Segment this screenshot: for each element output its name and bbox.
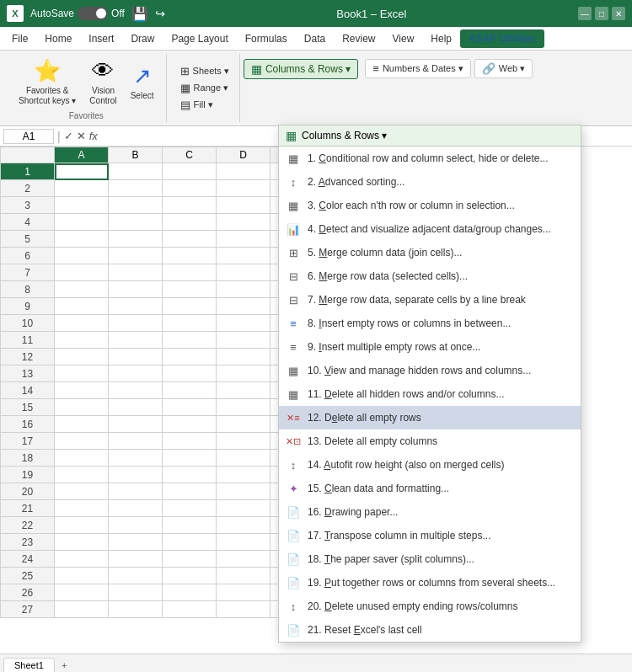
- cell-25-0[interactable]: [55, 568, 109, 584]
- cell-9-2[interactable]: [163, 298, 217, 315]
- fill-dropdown[interactable]: ▤ Fill ▾: [177, 97, 233, 113]
- menu-item-10[interactable]: ▦ 10. View and manage hidden rows and co…: [279, 359, 581, 382]
- formula-check-icon[interactable]: ✓: [64, 130, 73, 142]
- cell-reference-input[interactable]: [3, 129, 54, 144]
- cell-19-3[interactable]: [217, 467, 270, 483]
- save-icon[interactable]: 💾: [131, 6, 148, 22]
- numbers-dates-dropdown[interactable]: ≡ Numbers & Dates ▾: [365, 59, 470, 78]
- favorites-shortcut-button[interactable]: ⭐ Favorites &Shortcut keys ▾: [13, 55, 81, 109]
- cell-16-0[interactable]: [55, 416, 109, 433]
- web-dropdown[interactable]: 🔗 Web ▾: [474, 59, 533, 78]
- cell-25-1[interactable]: [109, 568, 163, 584]
- range-dropdown[interactable]: ▦ Range ▾: [177, 80, 233, 96]
- cell-10-2[interactable]: [163, 315, 217, 332]
- cell-17-0[interactable]: [55, 433, 109, 450]
- sheets-dropdown[interactable]: ⊞ Sheets ▾: [177, 63, 233, 79]
- cell-19-2[interactable]: [163, 467, 217, 483]
- cell-23-3[interactable]: [217, 534, 270, 551]
- cell-16-3[interactable]: [217, 416, 270, 433]
- cell-11-2[interactable]: [163, 332, 217, 349]
- cell-24-1[interactable]: [109, 551, 163, 568]
- cell-24-0[interactable]: [55, 551, 109, 568]
- cell-21-0[interactable]: [55, 500, 109, 517]
- cell-13-0[interactable]: [55, 365, 109, 382]
- cell-6-1[interactable]: [109, 248, 163, 264]
- cell-18-1[interactable]: [109, 450, 163, 467]
- cell-17-2[interactable]: [163, 433, 217, 450]
- cell-23-1[interactable]: [109, 534, 163, 551]
- formula-fx-icon[interactable]: fx: [89, 130, 98, 142]
- cell-7-2[interactable]: [163, 264, 217, 281]
- menu-insert[interactable]: Insert: [80, 29, 122, 48]
- cell-4-1[interactable]: [109, 214, 163, 231]
- cell-15-1[interactable]: [109, 399, 163, 416]
- cell-8-3[interactable]: [217, 281, 270, 298]
- cell-27-2[interactable]: [163, 601, 217, 618]
- menu-item-13[interactable]: ✕⊡ 13. Delete all empty columns: [279, 429, 581, 453]
- cell-20-3[interactable]: [217, 483, 270, 500]
- cell-1-0[interactable]: [55, 163, 109, 180]
- cell-12-3[interactable]: [217, 349, 270, 365]
- menu-item-6[interactable]: ⊟ 6. Merge row data (selected cells)...: [279, 264, 581, 288]
- cell-11-0[interactable]: [55, 332, 109, 349]
- cell-20-1[interactable]: [109, 483, 163, 500]
- cell-26-3[interactable]: [217, 584, 270, 601]
- minimize-btn[interactable]: —: [578, 7, 592, 20]
- menu-item-11[interactable]: ▦ 11. Delete all hidden rows and/or colu…: [279, 382, 581, 406]
- cell-23-2[interactable]: [163, 534, 217, 551]
- menu-home[interactable]: Home: [36, 29, 80, 48]
- cell-13-1[interactable]: [109, 365, 163, 382]
- cell-12-1[interactable]: [109, 349, 163, 365]
- cell-22-1[interactable]: [109, 517, 163, 534]
- autosave-toggle[interactable]: [78, 7, 108, 20]
- cell-26-0[interactable]: [55, 584, 109, 601]
- cell-2-1[interactable]: [109, 180, 163, 197]
- cell-20-0[interactable]: [55, 483, 109, 500]
- menu-review[interactable]: Review: [334, 29, 383, 48]
- cell-11-1[interactable]: [109, 332, 163, 349]
- cell-27-1[interactable]: [109, 601, 163, 618]
- cell-18-2[interactable]: [163, 450, 217, 467]
- sheet-tab-1[interactable]: Sheet1: [3, 658, 55, 672]
- menu-item-2[interactable]: ↕ 2. Advanced sorting...: [279, 170, 581, 194]
- cell-8-1[interactable]: [109, 281, 163, 298]
- select-button[interactable]: ↗ Select: [126, 60, 159, 104]
- cell-8-2[interactable]: [163, 281, 217, 298]
- cell-19-0[interactable]: [55, 467, 109, 483]
- cell-3-3[interactable]: [217, 197, 270, 214]
- menu-item-21[interactable]: 📄 21. Reset Excel's last cell: [279, 618, 581, 642]
- cell-1-3[interactable]: [217, 163, 270, 180]
- cell-7-3[interactable]: [217, 264, 270, 281]
- cell-2-0[interactable]: [55, 180, 109, 197]
- cell-5-2[interactable]: [163, 231, 217, 248]
- menu-item-1[interactable]: ▦ 1. Conditional row and column select, …: [279, 147, 581, 170]
- cell-16-1[interactable]: [109, 416, 163, 433]
- cell-10-0[interactable]: [55, 315, 109, 332]
- cell-9-1[interactable]: [109, 298, 163, 315]
- menu-pagelayout[interactable]: Page Layout: [163, 29, 236, 48]
- cell-21-3[interactable]: [217, 500, 270, 517]
- cell-6-3[interactable]: [217, 248, 270, 264]
- cell-9-0[interactable]: [55, 298, 109, 315]
- cell-21-1[interactable]: [109, 500, 163, 517]
- cell-24-3[interactable]: [217, 551, 270, 568]
- cell-5-1[interactable]: [109, 231, 163, 248]
- cell-13-2[interactable]: [163, 365, 217, 382]
- cell-15-2[interactable]: [163, 399, 217, 416]
- cell-24-2[interactable]: [163, 551, 217, 568]
- menu-item-7[interactable]: ⊟ 7. Merge row data, separate cells by a…: [279, 288, 581, 312]
- cell-10-1[interactable]: [109, 315, 163, 332]
- formula-cancel-icon[interactable]: ✕: [77, 130, 86, 142]
- cell-27-3[interactable]: [217, 601, 270, 618]
- cell-3-1[interactable]: [109, 197, 163, 214]
- cell-25-3[interactable]: [217, 568, 270, 584]
- cell-6-0[interactable]: [55, 248, 109, 264]
- cell-8-0[interactable]: [55, 281, 109, 298]
- cell-23-0[interactable]: [55, 534, 109, 551]
- menu-item-8[interactable]: ≡ 8. Insert empty rows or columns in bet…: [279, 312, 581, 335]
- close-btn[interactable]: ✕: [612, 7, 625, 20]
- cell-1-2[interactable]: [163, 163, 217, 180]
- menu-item-5[interactable]: ⊞ 5. Merge column data (join cells)...: [279, 241, 581, 264]
- menu-item-17[interactable]: 📄 17. Transpose column in multiple steps…: [279, 524, 581, 547]
- cell-6-2[interactable]: [163, 248, 217, 264]
